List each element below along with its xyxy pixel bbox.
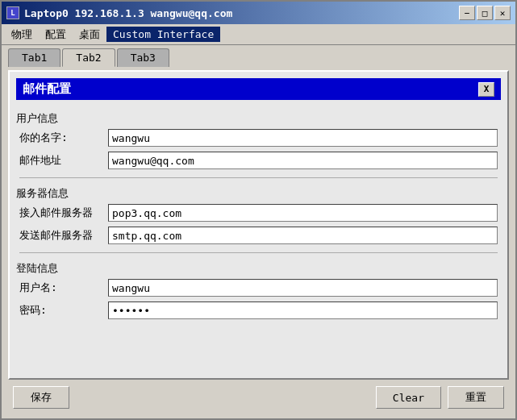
- tab-1[interactable]: Tab1: [8, 48, 60, 67]
- menu-item-desktop[interactable]: 桌面: [73, 26, 106, 44]
- input-incoming[interactable]: [108, 204, 498, 222]
- window-title: Laptop0 192.168.1.3 wangwu@qq.com: [24, 7, 459, 19]
- label-username: 用户名:: [19, 281, 108, 295]
- form-row-incoming: 接入邮件服务器: [16, 204, 501, 222]
- menu-item-config[interactable]: 配置: [39, 26, 73, 44]
- dialog-title-bar: 邮件配置 X: [16, 78, 501, 100]
- main-panel: 邮件配置 X 用户信息 你的名字: 邮件地址 服务器信息 接入邮件服务: [8, 70, 509, 380]
- close-button[interactable]: ✕: [494, 6, 511, 20]
- window-controls: − □ ✕: [459, 6, 511, 20]
- tab-3[interactable]: Tab3: [117, 48, 169, 67]
- divider-2: [19, 252, 498, 253]
- input-username[interactable]: [108, 279, 498, 297]
- label-name: 你的名字:: [19, 131, 108, 145]
- form-row-email: 邮件地址: [16, 152, 501, 169]
- section-user-info-label: 用户信息: [16, 111, 501, 126]
- menu-item-custom[interactable]: Custom Interface: [106, 27, 220, 42]
- label-email: 邮件地址: [19, 153, 108, 168]
- input-outgoing[interactable]: [108, 227, 498, 244]
- form-row-password: 密码:: [16, 301, 501, 319]
- mail-config-dialog: 邮件配置 X 用户信息 你的名字: 邮件地址 服务器信息 接入邮件服务: [10, 72, 507, 378]
- btn-group-right: Clear 重置: [376, 386, 504, 409]
- save-button[interactable]: 保存: [13, 386, 69, 409]
- menu-bar: 物理 配置 桌面 Custom Interface: [2, 24, 515, 45]
- form-row-name: 你的名字:: [16, 129, 501, 147]
- title-bar: L Laptop0 192.168.1.3 wangwu@qq.com − □ …: [2, 2, 515, 24]
- tabs-area: Tab1 Tab2 Tab3: [2, 45, 515, 67]
- menu-item-physics[interactable]: 物理: [5, 26, 39, 44]
- window-icon: L: [6, 6, 19, 19]
- section-server-info-label: 服务器信息: [16, 186, 501, 201]
- dialog-title: 邮件配置: [23, 81, 71, 97]
- button-row: 保存 Clear 重置: [8, 380, 509, 412]
- maximize-button[interactable]: □: [477, 6, 493, 20]
- form-row-username: 用户名:: [16, 279, 501, 297]
- tab-2[interactable]: Tab2: [62, 48, 115, 67]
- reset-button[interactable]: 重置: [448, 386, 504, 409]
- minimize-button[interactable]: −: [459, 6, 475, 20]
- label-incoming: 接入邮件服务器: [19, 206, 108, 220]
- clear-button[interactable]: Clear: [376, 386, 441, 409]
- section-login-info-label: 登陆信息: [16, 261, 501, 276]
- content-area: 邮件配置 X 用户信息 你的名字: 邮件地址 服务器信息 接入邮件服务: [2, 67, 515, 418]
- label-password: 密码:: [19, 303, 108, 318]
- main-window: L Laptop0 192.168.1.3 wangwu@qq.com − □ …: [0, 0, 517, 420]
- input-name[interactable]: [108, 129, 498, 147]
- form-row-outgoing: 发送邮件服务器: [16, 227, 501, 244]
- divider-1: [19, 177, 498, 178]
- label-outgoing: 发送邮件服务器: [19, 228, 108, 243]
- input-email[interactable]: [108, 152, 498, 169]
- input-password[interactable]: [108, 301, 498, 319]
- dialog-close-button[interactable]: X: [478, 82, 494, 97]
